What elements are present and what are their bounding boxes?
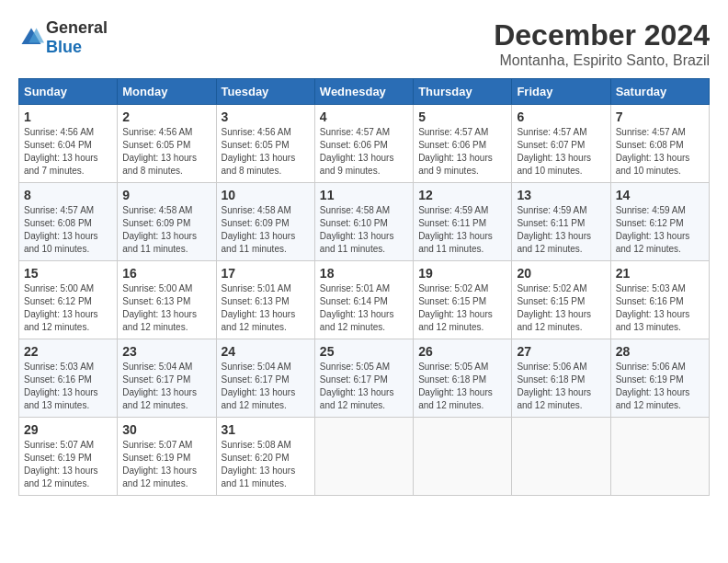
day-info: Sunrise: 4:59 AM Sunset: 6:11 PM Dayligh… [517,204,605,256]
day-number: 18 [320,266,408,281]
calendar-cell [314,418,413,496]
day-number: 29 [24,422,112,437]
day-number: 28 [616,344,704,359]
day-info: Sunrise: 5:02 AM Sunset: 6:15 PM Dayligh… [517,282,605,334]
calendar-cell: 13Sunrise: 4:59 AM Sunset: 6:11 PM Dayli… [512,183,610,261]
day-info: Sunrise: 4:57 AM Sunset: 6:08 PM Dayligh… [24,204,112,256]
day-info: Sunrise: 4:56 AM Sunset: 6:05 PM Dayligh… [222,126,310,178]
day-number: 15 [24,266,112,281]
calendar-cell: 4Sunrise: 4:57 AM Sunset: 6:06 PM Daylig… [314,105,413,183]
day-number: 12 [418,188,506,202]
calendar-cell: 29Sunrise: 5:07 AM Sunset: 6:19 PM Dayli… [19,418,118,496]
logo: General Blue [18,18,108,57]
calendar-cell: 16Sunrise: 5:00 AM Sunset: 6:13 PM Dayli… [118,261,216,339]
calendar-cell: 11Sunrise: 4:58 AM Sunset: 6:10 PM Dayli… [314,183,413,261]
day-info: Sunrise: 4:57 AM Sunset: 6:07 PM Dayligh… [517,126,605,178]
weekday-header-friday: Friday [512,79,610,105]
day-number: 17 [222,266,310,281]
day-number: 30 [122,422,210,437]
day-number: 13 [517,188,605,202]
calendar-week-row: 8Sunrise: 4:57 AM Sunset: 6:08 PM Daylig… [19,183,710,261]
day-info: Sunrise: 5:03 AM Sunset: 6:16 PM Dayligh… [24,361,112,412]
day-info: Sunrise: 4:57 AM Sunset: 6:08 PM Dayligh… [616,126,704,178]
day-info: Sunrise: 4:59 AM Sunset: 6:11 PM Dayligh… [418,204,506,256]
weekday-header-wednesday: Wednesday [314,79,413,105]
day-number: 8 [24,188,112,202]
calendar-header-row: SundayMondayTuesdayWednesdayThursdayFrid… [19,79,710,105]
day-number: 31 [222,422,310,437]
calendar-week-row: 1Sunrise: 4:56 AM Sunset: 6:04 PM Daylig… [19,105,710,183]
day-number: 27 [517,344,605,359]
calendar-cell: 22Sunrise: 5:03 AM Sunset: 6:16 PM Dayli… [19,339,118,418]
calendar-cell: 3Sunrise: 4:56 AM Sunset: 6:05 PM Daylig… [216,105,314,183]
calendar-cell: 6Sunrise: 4:57 AM Sunset: 6:07 PM Daylig… [512,105,610,183]
calendar-cell: 19Sunrise: 5:02 AM Sunset: 6:15 PM Dayli… [414,261,512,339]
day-number: 14 [616,188,704,202]
day-info: Sunrise: 5:04 AM Sunset: 6:17 PM Dayligh… [122,361,210,412]
weekday-header-saturday: Saturday [610,79,709,105]
page-header: General Blue December 2024 Montanha, Esp… [18,18,710,69]
weekday-header-monday: Monday [118,79,216,105]
logo-icon [18,25,44,51]
weekday-header-thursday: Thursday [414,79,512,105]
day-info: Sunrise: 5:02 AM Sunset: 6:15 PM Dayligh… [418,282,506,334]
calendar-cell: 15Sunrise: 5:00 AM Sunset: 6:12 PM Dayli… [19,261,118,339]
calendar-cell: 9Sunrise: 4:58 AM Sunset: 6:09 PM Daylig… [118,183,216,261]
day-info: Sunrise: 5:05 AM Sunset: 6:18 PM Dayligh… [418,361,506,412]
calendar-week-row: 15Sunrise: 5:00 AM Sunset: 6:12 PM Dayli… [19,261,710,339]
calendar: SundayMondayTuesdayWednesdayThursdayFrid… [18,78,710,496]
day-number: 21 [616,266,704,281]
day-info: Sunrise: 5:06 AM Sunset: 6:18 PM Dayligh… [517,361,605,412]
day-info: Sunrise: 4:58 AM Sunset: 6:10 PM Dayligh… [320,204,408,256]
calendar-cell: 30Sunrise: 5:07 AM Sunset: 6:19 PM Dayli… [118,418,216,496]
day-number: 7 [616,109,704,124]
calendar-cell: 20Sunrise: 5:02 AM Sunset: 6:15 PM Dayli… [512,261,610,339]
day-number: 4 [320,109,408,124]
calendar-cell: 7Sunrise: 4:57 AM Sunset: 6:08 PM Daylig… [610,105,709,183]
calendar-cell: 10Sunrise: 4:58 AM Sunset: 6:09 PM Dayli… [216,183,314,261]
day-number: 25 [320,344,408,359]
day-info: Sunrise: 4:57 AM Sunset: 6:06 PM Dayligh… [418,126,506,178]
day-number: 10 [222,188,310,202]
day-number: 19 [418,266,506,281]
calendar-cell: 8Sunrise: 4:57 AM Sunset: 6:08 PM Daylig… [19,183,118,261]
day-number: 1 [24,109,112,124]
day-number: 22 [24,344,112,359]
calendar-cell: 25Sunrise: 5:05 AM Sunset: 6:17 PM Dayli… [314,339,413,418]
day-info: Sunrise: 4:58 AM Sunset: 6:09 PM Dayligh… [222,204,310,256]
calendar-cell: 27Sunrise: 5:06 AM Sunset: 6:18 PM Dayli… [512,339,610,418]
day-info: Sunrise: 5:00 AM Sunset: 6:12 PM Dayligh… [24,282,112,334]
logo-blue: Blue [46,38,82,56]
day-number: 20 [517,266,605,281]
weekday-header-sunday: Sunday [19,79,118,105]
calendar-cell: 12Sunrise: 4:59 AM Sunset: 6:11 PM Dayli… [414,183,512,261]
day-info: Sunrise: 5:07 AM Sunset: 6:19 PM Dayligh… [24,439,112,490]
day-number: 24 [222,344,310,359]
day-number: 16 [122,266,210,281]
day-number: 6 [517,109,605,124]
day-number: 26 [418,344,506,359]
day-info: Sunrise: 5:05 AM Sunset: 6:17 PM Dayligh… [320,361,408,412]
day-number: 23 [122,344,210,359]
location-title: Montanha, Espirito Santo, Brazil [494,52,710,69]
calendar-cell [414,418,512,496]
day-info: Sunrise: 5:01 AM Sunset: 6:13 PM Dayligh… [222,282,310,334]
logo-general: General [46,18,108,37]
day-info: Sunrise: 5:04 AM Sunset: 6:17 PM Dayligh… [222,361,310,412]
calendar-cell: 31Sunrise: 5:08 AM Sunset: 6:20 PM Dayli… [216,418,314,496]
calendar-cell [610,418,709,496]
calendar-cell: 21Sunrise: 5:03 AM Sunset: 6:16 PM Dayli… [610,261,709,339]
day-info: Sunrise: 5:01 AM Sunset: 6:14 PM Dayligh… [320,282,408,334]
day-number: 2 [122,109,210,124]
day-info: Sunrise: 5:07 AM Sunset: 6:19 PM Dayligh… [122,439,210,490]
calendar-cell: 26Sunrise: 5:05 AM Sunset: 6:18 PM Dayli… [414,339,512,418]
calendar-cell: 24Sunrise: 5:04 AM Sunset: 6:17 PM Dayli… [216,339,314,418]
day-info: Sunrise: 4:59 AM Sunset: 6:12 PM Dayligh… [616,204,704,256]
day-info: Sunrise: 4:56 AM Sunset: 6:04 PM Dayligh… [24,126,112,178]
day-number: 3 [222,109,310,124]
calendar-week-row: 22Sunrise: 5:03 AM Sunset: 6:16 PM Dayli… [19,339,710,418]
weekday-header-tuesday: Tuesday [216,79,314,105]
title-area: December 2024 Montanha, Espirito Santo, … [494,18,710,69]
day-number: 9 [122,188,210,202]
day-info: Sunrise: 5:06 AM Sunset: 6:19 PM Dayligh… [616,361,704,412]
